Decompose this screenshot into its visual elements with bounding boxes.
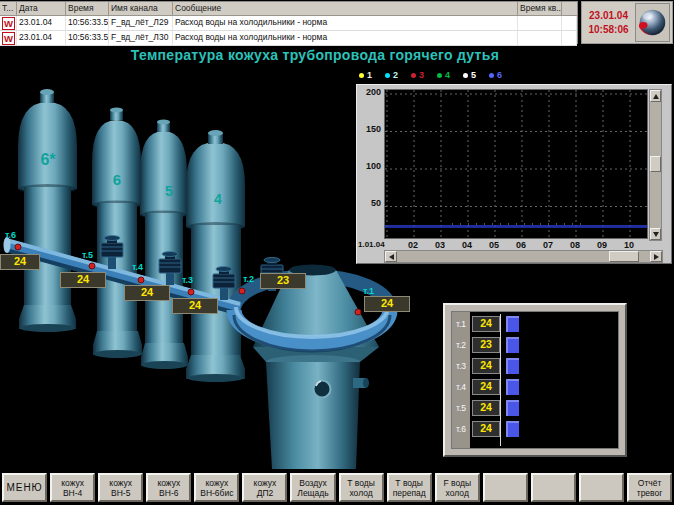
x-tick: 02 (402, 240, 424, 250)
legend-item-3[interactable]: 3 (411, 70, 424, 80)
col-extra (562, 2, 577, 15)
point-label-t4: т.4 (132, 262, 143, 272)
horizontal-scrollbar[interactable] (384, 250, 663, 263)
blast-furnace (253, 265, 379, 470)
point-value-t4: 24 (124, 285, 170, 301)
x-tick: 08 (564, 240, 586, 250)
scroll-up-icon[interactable] (650, 90, 661, 102)
legend-item-1[interactable]: 1 (359, 70, 372, 80)
spare-button-3[interactable] (579, 473, 624, 502)
alarm-row[interactable]: W 23.01.04 10:56:33.5 F_вд_лёт_Л29 Расхо… (0, 16, 577, 31)
globe-icon (635, 3, 670, 42)
readout-inner: т.1 24 т.2 23 т.3 24 т.4 24 т.5 24 (451, 311, 619, 449)
alarm-class-icon: W (0, 16, 17, 30)
legend-label: 3 (419, 70, 424, 80)
point-label-t6: т.6 (5, 230, 16, 240)
clock-date: 23.01.04 (582, 9, 635, 23)
readout-value: 24 (472, 379, 500, 395)
kozhukh-vn6bis-button[interactable]: кожухВН-6бис (194, 473, 239, 502)
kozhukh-dp2-button[interactable]: кожухДП2 (242, 473, 287, 502)
readout-value: 23 (472, 337, 500, 353)
kozhukh-vn5-button[interactable]: кожухВН-5 (98, 473, 143, 502)
alarm-report-button[interactable]: Отчёттревог (627, 473, 672, 502)
col-ack-time: Время кв... (518, 2, 562, 15)
alarm-row[interactable]: W 23.01.04 10:56:33.5 F_вд_лёт_Л30 Расхо… (0, 31, 577, 46)
readout-label: т.6 (452, 424, 470, 434)
pen-color-dot (489, 73, 494, 78)
page-title: Температура кожуха трубопровода горячего… (0, 47, 630, 63)
legend-item-4[interactable]: 4 (437, 70, 450, 80)
vessel-label: 5 (165, 183, 173, 199)
legend-label: 6 (497, 70, 502, 80)
pen-color-dot (437, 73, 442, 78)
readout-row-t6: т.6 24 (452, 420, 519, 438)
t-vody-perepad-button[interactable]: Т водыперепад (387, 473, 432, 502)
vertical-scrollbar[interactable] (649, 89, 662, 241)
point-value-t5: 24 (60, 272, 106, 288)
alarm-channel: F_вд_лёт_Л29 (109, 16, 173, 30)
horizontal-scroll-thumb[interactable] (609, 251, 639, 262)
vessel-label: 6* (40, 151, 56, 168)
legend-item-2[interactable]: 2 (385, 70, 398, 80)
readout-row-t4: т.4 24 (452, 378, 519, 396)
alarm-date: 23.01.04 (17, 31, 66, 45)
furnace-port (314, 381, 331, 398)
readout-bar (506, 400, 519, 416)
point-label-t5: т.5 (82, 250, 93, 260)
col-alarm-class: Т... (0, 2, 17, 15)
point-label-t3: т.3 (182, 275, 193, 285)
menu-button[interactable]: МЕНЮ (2, 473, 47, 502)
x-tick: 05 (483, 240, 505, 250)
vessel-label: 4 (214, 191, 222, 207)
f-vody-kholod-button[interactable]: F водыхолод (435, 473, 480, 502)
col-message: Сообщение (173, 2, 518, 15)
readout-bar (506, 337, 519, 353)
kozhukh-vn6-button[interactable]: кожухВН-6 (146, 473, 191, 502)
readout-row-t3: т.3 24 (452, 357, 519, 375)
point-value-t3: 24 (172, 298, 218, 314)
legend-label: 2 (393, 70, 398, 80)
point-label-t2: т.2 (243, 274, 254, 284)
scroll-right-icon[interactable] (650, 251, 662, 262)
legend-item-6[interactable]: 6 (489, 70, 502, 80)
readout-value: 24 (472, 400, 500, 416)
x-tick: 04 (456, 240, 478, 250)
readout-row-t1: т.1 24 (452, 315, 519, 333)
readout-bar (506, 421, 519, 437)
readout-label: т.3 (452, 361, 470, 371)
point-label-t1: т.1 (363, 286, 374, 296)
pen-color-dot (385, 73, 390, 78)
readout-value: 24 (472, 316, 500, 332)
trend-plot-area (384, 89, 648, 239)
t-vody-kholod-button[interactable]: Т водыхолод (339, 473, 384, 502)
kozhukh-vn4-button[interactable]: кожухВН-4 (50, 473, 95, 502)
readout-label: т.1 (452, 319, 470, 329)
col-date: Дата (17, 2, 66, 15)
alarm-ack-time (518, 31, 562, 45)
y-tick: 200 (358, 87, 381, 97)
x-tick: 03 (429, 240, 451, 250)
vessel-label: 6 (113, 171, 121, 188)
alarm-extra (562, 16, 577, 30)
readout-label: т.5 (452, 403, 470, 413)
spare-button-1[interactable] (483, 473, 528, 502)
point-value-t2: 23 (260, 273, 306, 289)
clock: 23.01.04 10:58:06 (582, 9, 635, 37)
y-tick: 150 (358, 124, 381, 134)
alarm-class-icon: W (0, 31, 17, 45)
legend-label: 5 (471, 70, 476, 80)
col-channel: Имя канала (109, 2, 173, 15)
vozdukh-leshchad-button[interactable]: ВоздухЛещадь (290, 473, 335, 502)
x-tick: 10 (618, 240, 640, 250)
alarm-message: Расход воды на холодильники - норма (173, 31, 518, 45)
vertical-scroll-thumb[interactable] (650, 156, 661, 172)
readout-value: 24 (472, 421, 500, 437)
legend-item-5[interactable]: 5 (463, 70, 476, 80)
spare-button-2[interactable] (531, 473, 576, 502)
stove-vessel-4: 4 (186, 130, 245, 382)
scroll-down-icon[interactable] (650, 228, 661, 240)
x-tick: 07 (537, 240, 559, 250)
alarm-ack-time (518, 16, 562, 30)
pen-color-dot (359, 73, 364, 78)
scroll-left-icon[interactable] (385, 251, 397, 262)
